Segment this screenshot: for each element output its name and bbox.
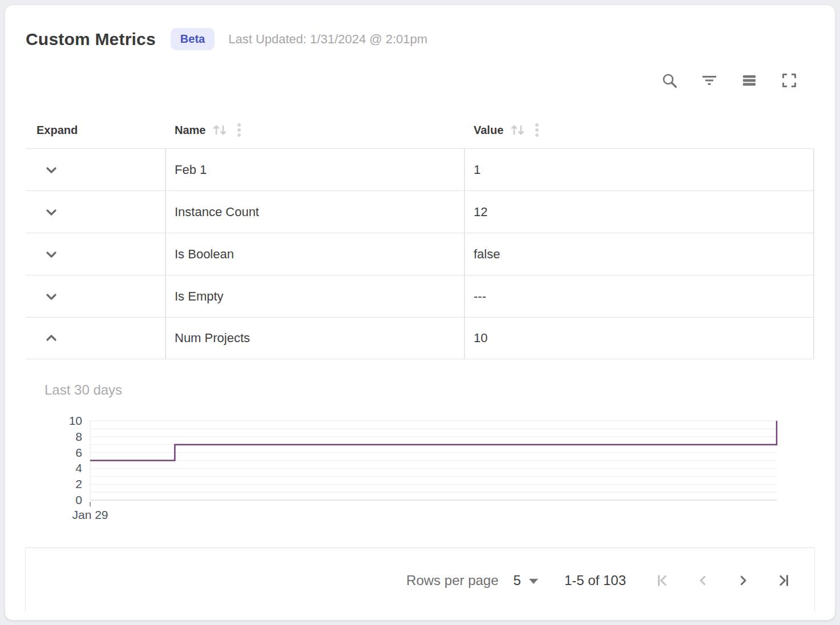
density-icon: [741, 72, 758, 89]
first-page-button[interactable]: [655, 572, 672, 589]
row-expand-button[interactable]: [43, 161, 60, 178]
row-expand-button[interactable]: [43, 288, 60, 305]
svg-text:0: 0: [75, 493, 82, 506]
table-row: Is Empty ---: [26, 275, 814, 317]
metric-value-cell: false: [464, 233, 814, 275]
last-page-icon: [775, 573, 791, 589]
last-updated-text: Last Updated: 1/31/2024 @ 2:01pm: [228, 32, 427, 47]
chevron-down-icon: [43, 246, 59, 262]
fullscreen-button[interactable]: [780, 71, 798, 90]
table-row: Feb 1 1: [26, 148, 814, 190]
column-header-value[interactable]: Value: [464, 121, 814, 139]
column-label: Expand: [37, 124, 78, 137]
column-header-name[interactable]: Name: [165, 121, 464, 139]
svg-text:6: 6: [75, 446, 82, 459]
metric-value-cell: ---: [464, 275, 814, 317]
svg-text:Jan 29: Jan 29: [72, 508, 108, 521]
next-page-button[interactable]: [734, 572, 752, 589]
chevron-left-icon: [695, 573, 711, 589]
chart-container: 0246810Jan 29: [60, 416, 814, 525]
first-page-icon: [655, 573, 671, 589]
svg-text:4: 4: [75, 461, 82, 474]
expand-cell: [26, 149, 165, 190]
chart-title: Last 30 days: [45, 382, 814, 398]
metric-name-cell: Feb 1: [165, 149, 464, 190]
grid-toolbar: [26, 72, 814, 89]
svg-text:10: 10: [69, 416, 82, 427]
rows-per-page-value: 5: [514, 573, 521, 589]
table-row: Instance Count 12: [26, 190, 814, 233]
pagination-footer: Rows per page 5 1-5 of 103: [25, 547, 815, 612]
filter-icon: [701, 72, 718, 89]
num-projects-chart: 0246810Jan 29: [60, 416, 790, 525]
expand-cell: [26, 233, 165, 275]
column-label: Name: [175, 124, 205, 137]
expand-cell: [26, 191, 165, 233]
custom-metrics-card: Custom Metrics Beta Last Updated: 1/31/2…: [5, 5, 835, 620]
chevron-down-icon: [43, 289, 59, 305]
chevron-right-icon: [735, 573, 751, 589]
chevron-down-icon: [43, 204, 59, 220]
column-header-expand: Expand: [26, 124, 165, 137]
rows-per-page-select[interactable]: 5: [499, 573, 538, 589]
svg-text:8: 8: [75, 430, 82, 443]
expand-cell: [26, 318, 165, 359]
filter-button[interactable]: [700, 71, 718, 90]
previous-page-button[interactable]: [694, 572, 712, 589]
chevron-up-icon: [43, 330, 59, 346]
table-header-row: Expand Name Value: [26, 112, 814, 148]
card-header: Custom Metrics Beta Last Updated: 1/31/2…: [26, 28, 814, 50]
svg-text:2: 2: [75, 477, 82, 490]
expand-cell: [26, 275, 165, 317]
column-label: Value: [474, 124, 503, 137]
row-expand-button[interactable]: [43, 246, 60, 263]
page-title: Custom Metrics: [26, 30, 156, 49]
sort-icon[interactable]: [211, 123, 229, 137]
metric-value-cell: 12: [464, 191, 814, 233]
fullscreen-icon: [781, 72, 798, 89]
search-button[interactable]: [660, 71, 679, 90]
table-row: Num Projects 10: [26, 317, 814, 359]
sort-icon[interactable]: [509, 123, 527, 137]
metric-value-cell: 10: [464, 318, 814, 359]
metric-value-cell: 1: [464, 149, 814, 190]
table-body: Feb 1 1 Instance Count 12 Is Boolean fal…: [26, 148, 814, 359]
rows-per-page-label: Rows per page: [406, 573, 498, 589]
metric-name-cell: Instance Count: [165, 191, 464, 233]
table-row: Is Boolean false: [26, 233, 814, 275]
metric-name-cell: Num Projects: [165, 318, 464, 359]
page-range-label: 1-5 of 103: [564, 573, 626, 589]
last-page-button[interactable]: [774, 572, 791, 589]
metric-name-cell: Is Empty: [165, 275, 464, 317]
column-menu-icon[interactable]: [236, 121, 242, 139]
density-button[interactable]: [740, 71, 758, 90]
chevron-down-icon: [43, 162, 59, 178]
pagination-nav: [655, 572, 791, 589]
search-icon: [661, 72, 678, 89]
beta-badge: Beta: [171, 28, 215, 50]
column-menu-icon[interactable]: [534, 121, 540, 139]
row-collapse-button[interactable]: [43, 330, 60, 347]
metric-name-cell: Is Boolean: [165, 233, 464, 275]
row-expand-button[interactable]: [43, 204, 60, 221]
dropdown-arrow-icon: [529, 579, 538, 584]
